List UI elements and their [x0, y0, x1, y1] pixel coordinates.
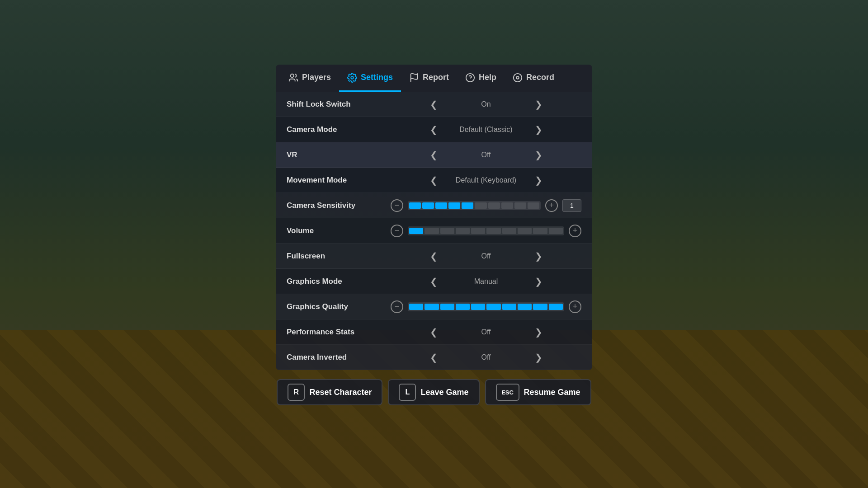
bottom-buttons: R Reset Character L Leave Game ESC Resum…	[276, 379, 592, 405]
volume-block-7	[502, 228, 516, 234]
graphics-mode-control: ❮ Manual ❯	[391, 275, 581, 288]
setting-graphics-quality: Graphics Quality − +	[276, 294, 592, 319]
report-icon	[409, 73, 419, 83]
volume-block-5	[471, 228, 485, 234]
tab-record-label: Record	[526, 73, 554, 82]
gq-block-4	[456, 304, 470, 310]
tab-settings[interactable]: Settings	[339, 65, 401, 92]
tab-report[interactable]: Report	[401, 65, 457, 92]
players-icon	[288, 73, 298, 83]
tab-settings-label: Settings	[361, 73, 393, 82]
volume-track	[408, 226, 564, 235]
camera-sensitivity-decrease[interactable]: −	[391, 199, 403, 212]
setting-camera-sensitivity: Camera Sensitivity − +	[276, 193, 592, 218]
movement-mode-label: Movement Mode	[287, 176, 391, 185]
gq-block-6	[486, 304, 500, 310]
camera-mode-right[interactable]: ❯	[532, 123, 545, 136]
tab-record[interactable]: Record	[505, 65, 562, 92]
fullscreen-value: Off	[445, 252, 527, 260]
slider-block-8	[501, 202, 513, 209]
vr-left[interactable]: ❮	[427, 149, 440, 161]
volume-decrease[interactable]: −	[391, 225, 403, 237]
gq-block-8	[518, 304, 532, 310]
tab-help[interactable]: Help	[457, 65, 505, 92]
performance-stats-control: ❮ Off ❯	[391, 326, 581, 338]
camera-mode-value: Default (Classic)	[445, 126, 527, 134]
tab-players-label: Players	[302, 73, 331, 82]
performance-stats-label: Performance Stats	[287, 328, 391, 337]
volume-block-1	[409, 228, 423, 234]
fullscreen-label: Fullscreen	[287, 252, 391, 261]
camera-inverted-left[interactable]: ❮	[427, 351, 440, 364]
menu-container: Players Settings Report	[276, 65, 592, 405]
camera-inverted-value: Off	[445, 353, 527, 361]
resume-game-button[interactable]: ESC Resume Game	[485, 379, 591, 405]
camera-mode-left[interactable]: ❮	[427, 123, 440, 136]
vr-right[interactable]: ❯	[532, 149, 545, 161]
volume-increase[interactable]: +	[569, 225, 581, 237]
camera-sensitivity-control: − +	[391, 199, 581, 212]
volume-block-4	[456, 228, 470, 234]
svg-point-1	[351, 76, 354, 79]
volume-block-2	[425, 228, 439, 234]
help-icon	[465, 73, 475, 83]
reset-character-label: Reset Character	[309, 388, 372, 397]
gq-block-2	[425, 304, 439, 310]
leave-game-label: Leave Game	[420, 388, 468, 397]
fullscreen-right[interactable]: ❯	[532, 250, 545, 263]
shift-lock-switch-left[interactable]: ❮	[427, 98, 440, 111]
slider-block-7	[488, 202, 500, 209]
setting-graphics-mode: Graphics Mode ❮ Manual ❯	[276, 269, 592, 294]
camera-inverted-right[interactable]: ❯	[532, 351, 545, 364]
graphics-mode-right[interactable]: ❯	[532, 275, 545, 288]
slider-block-5	[462, 202, 473, 209]
movement-mode-left[interactable]: ❮	[427, 174, 440, 187]
graphics-quality-label: Graphics Quality	[287, 302, 391, 311]
shift-lock-switch-right[interactable]: ❯	[532, 98, 545, 111]
leave-game-button[interactable]: L Leave Game	[388, 379, 479, 405]
camera-sensitivity-input[interactable]	[562, 199, 581, 212]
graphics-quality-increase[interactable]: +	[569, 300, 581, 313]
volume-block-8	[518, 228, 532, 234]
svg-point-0	[291, 74, 294, 77]
slider-block-10	[528, 202, 539, 209]
volume-label: Volume	[287, 226, 391, 235]
graphics-quality-decrease[interactable]: −	[391, 300, 403, 313]
performance-stats-left[interactable]: ❮	[427, 326, 440, 338]
svg-point-5	[514, 73, 522, 81]
volume-control: − +	[391, 225, 581, 237]
volume-block-9	[533, 228, 547, 234]
slider-block-3	[435, 202, 447, 209]
setting-vr: VR ❮ Off ❯	[276, 142, 592, 168]
resume-game-label: Resume Game	[524, 388, 580, 397]
setting-camera-inverted: Camera Inverted ❮ Off ❯	[276, 345, 592, 370]
graphics-mode-left[interactable]: ❮	[427, 275, 440, 288]
tab-help-label: Help	[479, 73, 496, 82]
reset-character-button[interactable]: R Reset Character	[277, 379, 382, 405]
graphics-quality-control: − +	[391, 300, 581, 313]
tab-report-label: Report	[423, 73, 449, 82]
movement-mode-control: ❮ Default (Keyboard) ❯	[391, 174, 581, 187]
performance-stats-value: Off	[445, 328, 527, 336]
vr-value: Off	[445, 151, 527, 159]
vr-control: ❮ Off ❯	[391, 149, 581, 161]
volume-block-10	[549, 228, 563, 234]
graphics-mode-label: Graphics Mode	[287, 277, 391, 286]
slider-block-4	[448, 202, 460, 209]
settings-panel: Shift Lock Switch ❮ On ❯ Camera Mode ❮ D…	[276, 92, 592, 370]
setting-shift-lock-switch: Shift Lock Switch ❮ On ❯	[276, 92, 592, 117]
gq-block-10	[549, 304, 563, 310]
slider-block-1	[409, 202, 421, 209]
volume-block-3	[440, 228, 454, 234]
performance-stats-right[interactable]: ❯	[532, 326, 545, 338]
movement-mode-right[interactable]: ❯	[532, 174, 545, 187]
graphics-quality-track	[408, 302, 564, 311]
tab-players[interactable]: Players	[280, 65, 339, 92]
vr-label: VR	[287, 150, 391, 160]
camera-sensitivity-increase[interactable]: +	[545, 199, 558, 212]
setting-performance-stats: Performance Stats ❮ Off ❯	[276, 319, 592, 345]
movement-mode-value: Default (Keyboard)	[445, 176, 527, 184]
fullscreen-left[interactable]: ❮	[427, 250, 440, 263]
resume-key-badge: ESC	[496, 384, 519, 401]
camera-sensitivity-track	[408, 201, 541, 210]
